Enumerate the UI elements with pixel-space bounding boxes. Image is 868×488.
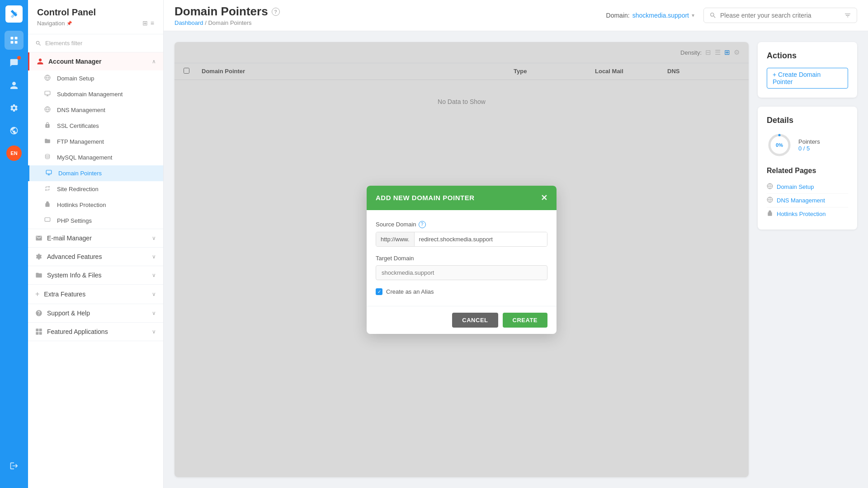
sidebar-item-subdomain-management[interactable]: Subdomain Management xyxy=(28,86,163,102)
right-panel: Actions + Create Domain Pointer Details … xyxy=(758,42,857,477)
related-globe2-icon xyxy=(767,197,773,204)
account-manager-label: Account Manager xyxy=(48,58,101,65)
filter-icon[interactable] xyxy=(844,12,851,19)
source-domain-label: Source Domain ? xyxy=(376,221,547,228)
account-manager-header[interactable]: Account Manager ∧ xyxy=(28,52,163,70)
sidebar-item-ssl-certificates[interactable]: SSL Certificates xyxy=(28,118,163,134)
source-domain-input[interactable] xyxy=(415,232,547,246)
sidebar-section-advanced: Advanced Features ∨ xyxy=(28,248,163,266)
search-box[interactable] xyxy=(703,8,857,23)
svg-rect-12 xyxy=(36,332,38,335)
email-manager-header[interactable]: E-mail Manager ∨ xyxy=(28,229,163,247)
alias-checkbox-row[interactable]: ✓ Create as an Alias xyxy=(376,288,547,295)
related-dns-management-link[interactable]: DNS Management xyxy=(767,194,848,207)
svg-rect-1 xyxy=(15,37,18,40)
grid-view-icon[interactable]: ⊞ xyxy=(142,19,148,27)
extra-chevron: ∨ xyxy=(152,291,156,297)
main-content: Domain Pointers ? Dashboard / Domain Poi… xyxy=(164,0,868,488)
alias-checkbox[interactable]: ✓ xyxy=(376,288,382,295)
domain-pointers-label: Domain Pointers xyxy=(58,170,102,177)
sidebar-item-hotlinks-protection[interactable]: Hotlinks Protection xyxy=(28,197,163,213)
domain-selector[interactable]: Domain: shockmedia.support ▾ xyxy=(606,12,694,19)
pointers-donut: 0% xyxy=(767,132,792,158)
support-chevron: ∨ xyxy=(152,310,156,316)
modal-close-button[interactable]: ✕ xyxy=(541,193,548,203)
app-logo[interactable] xyxy=(5,5,23,23)
sidebar-section-extra: + Extra Features ∨ xyxy=(28,285,163,304)
main-panel: Density: ⊟ ☰ ⊞ ⚙ Domain Pointer Type Loc… xyxy=(175,42,749,477)
nav-user-icon[interactable] xyxy=(5,76,24,95)
details-card: Details 0% Pointers 0 / 5 xyxy=(758,107,857,230)
related-hotlinks-link[interactable]: Hotlinks Protection xyxy=(767,207,848,221)
sidebar-header: Control Panel Navigation 📌 ⊞ ≡ xyxy=(28,0,163,34)
sidebar-item-php-settings[interactable]: PHP Settings xyxy=(28,213,163,229)
nav-label: Navigation 📌 ⊞ ≡ xyxy=(37,19,154,27)
list-view-icon[interactable]: ≡ xyxy=(151,19,154,27)
email-chevron: ∨ xyxy=(152,235,156,241)
related-pages-section: Related Pages Domain Setup DNS Managemen… xyxy=(767,167,848,221)
nav-messages-icon[interactable] xyxy=(5,53,24,72)
featured-apps-header[interactable]: Featured Applications ∨ xyxy=(28,323,163,341)
page-info-icon[interactable]: ? xyxy=(272,8,280,16)
featured-chevron: ∨ xyxy=(152,328,156,335)
sidebar-item-mysql-management[interactable]: MySQL Management xyxy=(28,150,163,165)
sidebar-item-domain-pointers[interactable]: Domain Pointers xyxy=(28,165,163,181)
svg-rect-11 xyxy=(39,328,42,331)
sidebar-search-bar[interactable]: Elements filter xyxy=(28,34,163,52)
pointers-info: Pointers 0 / 5 xyxy=(798,138,820,152)
sidebar-section-featured: Featured Applications ∨ xyxy=(28,323,163,341)
extra-features-label: Extra Features xyxy=(44,291,85,298)
sidebar-item-dns-management[interactable]: DNS Management xyxy=(28,102,163,118)
advanced-features-header[interactable]: Advanced Features ∨ xyxy=(28,248,163,266)
nav-logout-icon[interactable] xyxy=(5,456,24,475)
create-domain-pointer-button[interactable]: + Create Domain Pointer xyxy=(767,68,848,89)
nav-globe-icon[interactable] xyxy=(5,121,24,140)
svg-rect-2 xyxy=(11,41,14,44)
featured-apps-label: Featured Applications xyxy=(47,328,108,335)
cancel-button[interactable]: CANCEL xyxy=(452,313,498,328)
source-domain-input-wrapper: http://www. xyxy=(376,232,547,247)
top-header: Domain Pointers ? Dashboard / Domain Poi… xyxy=(164,0,868,31)
ssl-label: SSL Certificates xyxy=(57,122,99,129)
sidebar-section-system: System Info & Files ∨ xyxy=(28,266,163,285)
actions-card: Actions + Create Domain Pointer xyxy=(758,42,857,98)
sidebar-view-icons[interactable]: ⊞ ≡ xyxy=(142,19,154,27)
monitor-icon xyxy=(44,90,52,98)
pointers-label: Pointers xyxy=(798,138,820,145)
mysql-label: MySQL Management xyxy=(57,154,112,161)
sidebar-item-site-redirection[interactable]: Site Redirection xyxy=(28,181,163,197)
target-domain-input[interactable] xyxy=(376,265,547,280)
source-domain-prefix: http://www. xyxy=(376,232,415,246)
nav-settings-icon[interactable] xyxy=(5,99,24,117)
support-help-header[interactable]: Support & Help ∨ xyxy=(28,304,163,322)
php-label: PHP Settings xyxy=(57,217,92,224)
nav-lang-icon[interactable]: EN xyxy=(5,144,24,163)
lang-badge: EN xyxy=(6,145,22,161)
breadcrumb-current: Domain Pointers xyxy=(208,19,251,26)
breadcrumb: Dashboard / Domain Pointers xyxy=(175,19,597,26)
svg-rect-10 xyxy=(36,328,38,331)
extra-features-header[interactable]: + Extra Features ∨ xyxy=(28,285,163,304)
source-domain-help-icon[interactable]: ? xyxy=(419,221,426,228)
details-title: Details xyxy=(767,116,848,125)
content-area: Density: ⊟ ☰ ⊞ ⚙ Domain Pointer Type Loc… xyxy=(164,31,868,488)
sidebar-item-domain-setup[interactable]: Domain Setup xyxy=(28,70,163,86)
search-input[interactable] xyxy=(720,12,840,19)
breadcrumb-home[interactable]: Dashboard xyxy=(175,19,203,26)
system-info-header[interactable]: System Info & Files ∨ xyxy=(28,266,163,284)
sidebar-item-ftp-management[interactable]: FTP Management xyxy=(28,134,163,150)
create-button[interactable]: CREATE xyxy=(503,313,547,328)
modal-overlay: ADD NEW DOMAIN POINTER ✕ Source Domain ?… xyxy=(175,42,749,477)
related-domain-setup-link[interactable]: Domain Setup xyxy=(767,180,848,194)
ssl-icon xyxy=(44,122,52,130)
ftp-label: FTP Management xyxy=(57,138,104,145)
hotlinks-label: Hotlinks Protection xyxy=(57,202,106,208)
globe-icon xyxy=(44,75,52,82)
target-domain-label: Target Domain xyxy=(376,255,547,262)
pointers-value: 0 / 5 xyxy=(798,145,820,152)
donut-area: 0% Pointers 0 / 5 xyxy=(767,132,848,158)
advanced-features-label: Advanced Features xyxy=(47,253,102,260)
sidebar-search-placeholder: Elements filter xyxy=(45,40,82,47)
nav-apps-icon[interactable] xyxy=(5,31,24,50)
site-redirection-label: Site Redirection xyxy=(57,186,99,192)
